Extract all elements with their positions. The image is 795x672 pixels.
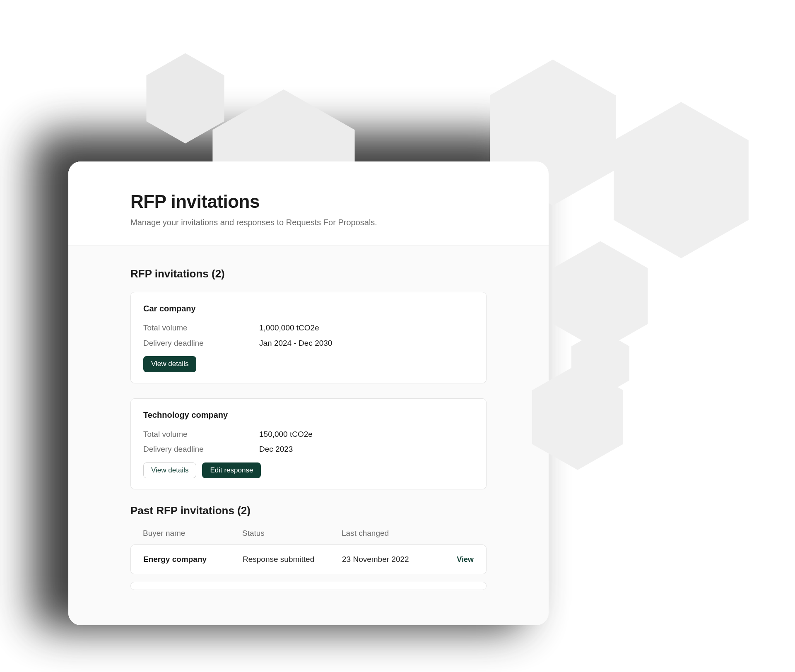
svg-marker-5 [571,330,629,397]
past-table-header: Buyer name Status Last changed [130,529,487,544]
col-header-buyer: Buyer name [143,529,242,538]
delivery-deadline-value: Dec 2023 [259,444,293,455]
edit-response-button[interactable]: Edit response [202,462,261,478]
hexagon-decoration [605,95,758,265]
col-header-changed: Last changed [342,529,433,538]
hexagon-decoration [567,327,634,400]
delivery-deadline-label: Delivery deadline [143,444,259,455]
total-volume-label: Total volume [143,323,259,334]
past-invitations-title: Past RFP invitations (2) [130,504,487,517]
total-volume-value: 150,000 tCO2e [259,429,313,440]
view-details-button[interactable]: View details [143,462,196,478]
svg-marker-3 [614,102,749,258]
rfp-card-actions: View details [143,356,474,372]
current-invitations-title: RFP invitations (2) [130,267,487,280]
svg-marker-4 [553,241,648,351]
row-buyer: Energy company [143,555,243,564]
rfp-card: Car company Total volume 1,000,000 tCO2e… [130,292,487,383]
rfp-panel: RFP invitations Manage your invitations … [68,161,549,625]
rfp-card-title: Car company [143,304,474,313]
hexagon-decoration [547,236,654,356]
rfp-total-volume-row: Total volume 150,000 tCO2e [143,429,474,440]
col-header-status: Status [242,529,342,538]
rfp-deadline-row: Delivery deadline Jan 2024 - Dec 2030 [143,338,474,349]
rfp-card-title: Technology company [143,410,474,420]
delivery-deadline-label: Delivery deadline [143,338,259,349]
rfp-card-actions: View details Edit response [143,462,474,478]
rfp-total-volume-row: Total volume 1,000,000 tCO2e [143,323,474,334]
delivery-deadline-value: Jan 2024 - Dec 2030 [259,338,332,349]
total-volume-value: 1,000,000 tCO2e [259,323,319,334]
view-link[interactable]: View [457,555,474,564]
past-invitations-section: Past RFP invitations (2) Buyer name Stat… [130,504,487,590]
panel-header: RFP invitations Manage your invitations … [68,161,549,246]
view-details-button[interactable]: View details [143,356,196,372]
page-subtitle: Manage your invitations and responses to… [130,218,487,227]
svg-marker-0 [147,53,224,144]
page-title: RFP invitations [130,191,487,212]
past-table-row [130,582,487,590]
past-table-row: Energy company Response submitted 23 Nov… [130,544,487,574]
total-volume-label: Total volume [143,429,259,440]
rfp-deadline-row: Delivery deadline Dec 2023 [143,444,474,455]
row-changed: 23 November 2022 [342,555,433,564]
panel-body: RFP invitations (2) Car company Total vo… [68,246,549,625]
row-status: Response submitted [243,555,342,564]
rfp-card: Technology company Total volume 150,000 … [130,398,487,490]
